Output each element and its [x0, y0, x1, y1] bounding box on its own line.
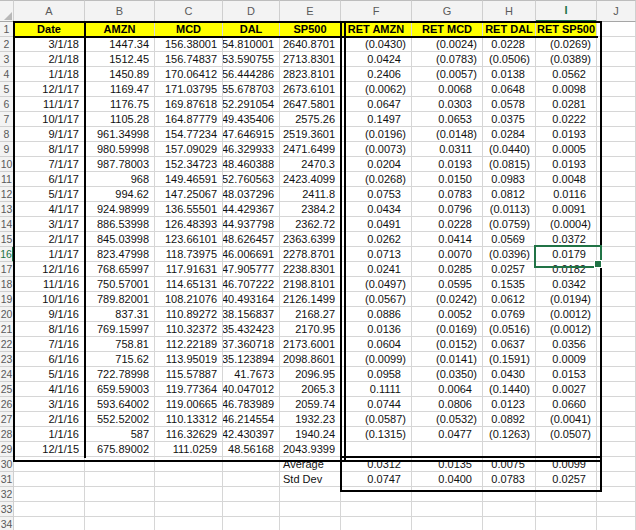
cell-I8[interactable]: 0.0193: [536, 127, 597, 142]
cell-E16[interactable]: 2278.8701: [280, 247, 341, 262]
cell-I30[interactable]: 0.0099: [536, 457, 597, 472]
row-header-33[interactable]: 33: [0, 502, 14, 517]
cell-C28[interactable]: 116.32629: [155, 427, 223, 442]
cell-B17[interactable]: 768.65997: [85, 262, 155, 277]
column-header-A[interactable]: A: [14, 0, 85, 22]
row-header-19[interactable]: 19: [0, 292, 14, 307]
row-header-34[interactable]: 34: [0, 517, 14, 530]
cell-E23[interactable]: 2098.8601: [280, 352, 341, 367]
cell-E5[interactable]: 2673.6101: [280, 82, 341, 97]
cell-J14[interactable]: [597, 217, 636, 232]
cell-F33[interactable]: [341, 502, 412, 517]
row-header-8[interactable]: 8: [0, 127, 14, 142]
cell-I34[interactable]: [536, 517, 597, 530]
cell-H13[interactable]: (0.0113): [483, 202, 536, 217]
row-header-32[interactable]: 32: [0, 487, 14, 502]
cell-A32[interactable]: [14, 487, 85, 502]
cell-C1[interactable]: MCD: [155, 22, 223, 37]
cell-F1[interactable]: RET AMZN: [341, 22, 412, 37]
cell-D17[interactable]: 47.905777: [223, 262, 280, 277]
cell-I22[interactable]: 0.0356: [536, 337, 597, 352]
cell-E6[interactable]: 2647.5801: [280, 97, 341, 112]
cell-J12[interactable]: [597, 187, 636, 202]
cell-C32[interactable]: [155, 487, 223, 502]
cell-F2[interactable]: (0.0430): [341, 37, 412, 52]
row-header-3[interactable]: 3: [0, 52, 14, 67]
cell-A27[interactable]: 2/1/16: [14, 412, 85, 427]
cell-D10[interactable]: 48.460388: [223, 157, 280, 172]
cell-H33[interactable]: [483, 502, 536, 517]
cell-D5[interactable]: 55.678703: [223, 82, 280, 97]
cell-E27[interactable]: 1932.23: [280, 412, 341, 427]
cell-D33[interactable]: [223, 502, 280, 517]
column-header-D[interactable]: D: [223, 0, 280, 22]
cell-H25[interactable]: (0.1440): [483, 382, 536, 397]
cell-H19[interactable]: 0.0612: [483, 292, 536, 307]
cell-J6[interactable]: [597, 97, 636, 112]
cell-A17[interactable]: 12/1/16: [14, 262, 85, 277]
cell-J18[interactable]: [597, 277, 636, 292]
cell-B5[interactable]: 1169.47: [85, 82, 155, 97]
cell-B25[interactable]: 659.59003: [85, 382, 155, 397]
cell-I19[interactable]: (0.0194): [536, 292, 597, 307]
row-header-6[interactable]: 6: [0, 97, 14, 112]
cell-B27[interactable]: 552.52002: [85, 412, 155, 427]
cell-B4[interactable]: 1450.89: [85, 67, 155, 82]
row-header-15[interactable]: 15: [0, 232, 14, 247]
cell-G18[interactable]: 0.0595: [412, 277, 483, 292]
cell-D15[interactable]: 48.626457: [223, 232, 280, 247]
cell-J30[interactable]: [597, 457, 636, 472]
row-header-25[interactable]: 25: [0, 382, 14, 397]
row-header-27[interactable]: 27: [0, 412, 14, 427]
cell-H12[interactable]: 0.0812: [483, 187, 536, 202]
cell-F24[interactable]: 0.0958: [341, 367, 412, 382]
cell-D13[interactable]: 44.429367: [223, 202, 280, 217]
cell-A7[interactable]: 10/1/17: [14, 112, 85, 127]
cell-I21[interactable]: (0.0012): [536, 322, 597, 337]
cell-I20[interactable]: (0.0012): [536, 307, 597, 322]
cell-F17[interactable]: 0.0241: [341, 262, 412, 277]
cell-D27[interactable]: 46.214554: [223, 412, 280, 427]
cell-F8[interactable]: (0.0196): [341, 127, 412, 142]
cell-D14[interactable]: 44.937798: [223, 217, 280, 232]
cell-G14[interactable]: 0.0228: [412, 217, 483, 232]
cell-J20[interactable]: [597, 307, 636, 322]
cell-C12[interactable]: 147.25067: [155, 187, 223, 202]
cell-F5[interactable]: (0.0062): [341, 82, 412, 97]
cell-H22[interactable]: 0.0637: [483, 337, 536, 352]
row-header-14[interactable]: 14: [0, 217, 14, 232]
cell-C33[interactable]: [155, 502, 223, 517]
cell-J32[interactable]: [597, 487, 636, 502]
column-header-I[interactable]: I: [536, 0, 597, 22]
cell-H10[interactable]: (0.0815): [483, 157, 536, 172]
cell-H17[interactable]: 0.0257: [483, 262, 536, 277]
row-header-20[interactable]: 20: [0, 307, 14, 322]
cell-F30[interactable]: 0.0312: [341, 457, 412, 472]
cell-J1[interactable]: [597, 22, 636, 37]
cell-A26[interactable]: 3/1/16: [14, 397, 85, 412]
cell-J27[interactable]: [597, 412, 636, 427]
cell-A10[interactable]: 7/1/17: [14, 157, 85, 172]
cell-G13[interactable]: 0.0796: [412, 202, 483, 217]
cell-G21[interactable]: (0.0169): [412, 322, 483, 337]
cell-A11[interactable]: 6/1/17: [14, 172, 85, 187]
cell-D29[interactable]: 48.56168: [223, 442, 280, 457]
cell-F10[interactable]: 0.0204: [341, 157, 412, 172]
cell-A9[interactable]: 8/1/17: [14, 142, 85, 157]
cell-J16[interactable]: [597, 247, 636, 262]
cell-D28[interactable]: 42.430397: [223, 427, 280, 442]
cell-A19[interactable]: 10/1/16: [14, 292, 85, 307]
cell-C7[interactable]: 164.87779: [155, 112, 223, 127]
cell-I7[interactable]: 0.0222: [536, 112, 597, 127]
cell-D1[interactable]: DAL: [223, 22, 280, 37]
cell-G32[interactable]: [412, 487, 483, 502]
cell-I17[interactable]: 0.0182: [536, 262, 597, 277]
cell-H28[interactable]: (0.1263): [483, 427, 536, 442]
cell-A12[interactable]: 5/1/17: [14, 187, 85, 202]
cell-F26[interactable]: 0.0744: [341, 397, 412, 412]
cell-C20[interactable]: 110.89272: [155, 307, 223, 322]
cell-J10[interactable]: [597, 157, 636, 172]
cell-F32[interactable]: [341, 487, 412, 502]
cell-J23[interactable]: [597, 352, 636, 367]
row-header-28[interactable]: 28: [0, 427, 14, 442]
